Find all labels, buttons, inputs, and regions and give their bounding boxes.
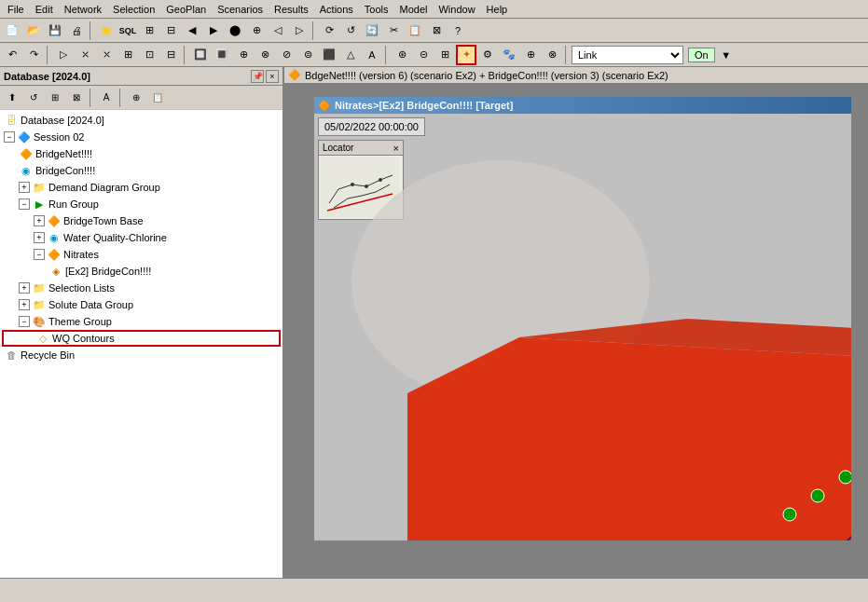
tool2-button[interactable]: ↺ (340, 21, 361, 41)
tree-item-bridgecon2[interactable]: ◈ [Ex2] BridgeCon!!!! (2, 263, 281, 280)
view1-button[interactable]: 🔲 (190, 45, 211, 65)
tree-item-theme-group[interactable]: − 🎨 Theme Group (2, 313, 281, 330)
view5-button[interactable]: ⊘ (276, 45, 296, 65)
tool5-button[interactable]: 📋 (405, 21, 425, 41)
tool1-button[interactable]: ⟳ (319, 21, 339, 41)
menu-selection[interactable]: Selection (107, 2, 160, 17)
arrow2-button[interactable]: ▶ (203, 21, 224, 41)
nav1-button[interactable]: ↶ (2, 45, 22, 65)
menu-results[interactable]: Results (269, 2, 314, 17)
panel-pin-button[interactable]: 📌 (251, 70, 264, 83)
view3-button[interactable]: ⊕ (233, 45, 254, 65)
panel-tb-btn4[interactable]: ⊠ (66, 88, 87, 108)
session-expand[interactable]: − (4, 131, 15, 143)
bridgetown-expand[interactable]: + (34, 215, 45, 226)
arrow3-button[interactable]: ⬤ (225, 21, 245, 41)
panel-tb-btn7[interactable]: 📋 (147, 88, 168, 108)
selection-expand[interactable]: + (19, 282, 30, 294)
table-button[interactable]: ⊞ (139, 21, 159, 41)
nav2-button[interactable]: ↷ (23, 45, 44, 65)
menu-edit[interactable]: Edit (30, 2, 59, 17)
tree-item-bridgenet[interactable]: 🔶 BridgeNet!!!! (2, 145, 281, 162)
special5-button[interactable]: ⚙ (477, 45, 498, 65)
panel-tb-btn3[interactable]: ⊞ (45, 88, 65, 108)
table2-button[interactable]: ⊟ (160, 21, 181, 41)
menu-help[interactable]: Help (481, 2, 514, 17)
view6-button[interactable]: ⊜ (297, 45, 318, 65)
special6-button[interactable]: 🐾 (499, 45, 519, 65)
select1-button[interactable]: ▷ (53, 45, 74, 65)
help-button[interactable]: ? (448, 21, 468, 41)
tree-item-recycle[interactable]: 🗑 Recycle Bin (2, 347, 281, 363)
tool6-button[interactable]: ⊠ (426, 21, 447, 41)
demand-expand[interactable]: + (19, 182, 30, 193)
menu-model[interactable]: Model (394, 2, 434, 17)
menu-window[interactable]: Window (433, 2, 480, 17)
tree-item-session[interactable]: − 🔷 Session 02 (2, 129, 281, 145)
select3-button[interactable]: ⤬ (96, 45, 117, 65)
select5-button[interactable]: ⊡ (139, 45, 159, 65)
special4-button-highlighted[interactable]: ✦ (456, 45, 476, 65)
tree-item-wq-contours[interactable]: ◇ WQ Contours (2, 330, 281, 347)
arrow5-button[interactable]: ◁ (268, 21, 288, 41)
menu-geoplan[interactable]: GeoPlan (160, 2, 212, 17)
menu-actions[interactable]: Actions (314, 2, 359, 17)
arrow1-button[interactable]: ◀ (182, 21, 202, 41)
tree-item-selection-lists[interactable]: + 📁 Selection Lists (2, 280, 281, 296)
new-button[interactable]: 📄 (2, 21, 22, 41)
view2-button[interactable]: 🔳 (212, 45, 232, 65)
print-button[interactable]: 🖨 (66, 21, 87, 41)
solute-expand[interactable]: + (19, 299, 30, 310)
special8-button[interactable]: ⊗ (542, 45, 562, 65)
toolbar-row-1: 📄 📂 💾 🖨 ▣ SQL ⊞ ⊟ ◀ ▶ ⬤ ⊕ ◁ ▷ ⟳ ↺ 🔄 ✂ 📋 … (0, 19, 868, 43)
tree-item-demand[interactable]: + 📁 Demand Diagram Group (2, 179, 281, 196)
special1-button[interactable]: ⊛ (392, 45, 412, 65)
tree-item-db[interactable]: 🗄 Database [2024.0] (2, 112, 281, 129)
link-dropdown[interactable]: Link (572, 46, 683, 64)
tree-item-bridgetown[interactable]: + 🔶 BridgeTown Base (2, 212, 281, 229)
toolbar-group-db: ▣ SQL ⊞ ⊟ ◀ ▶ ⬤ ⊕ ◁ ▷ (96, 21, 310, 41)
view9-button[interactable]: A (362, 45, 382, 65)
arrow4-button[interactable]: ⊕ (246, 21, 267, 41)
save-button[interactable]: 💾 (45, 21, 65, 41)
arrow6-button[interactable]: ▷ (289, 21, 310, 41)
tool4-button[interactable]: ✂ (383, 21, 404, 41)
tree-item-rungroup[interactable]: − ▶ Run Group (2, 196, 281, 212)
tree-item-wq-chlorine[interactable]: + ◉ Water Quality-Chlorine (2, 229, 281, 246)
tool3-button[interactable]: 🔄 (362, 21, 382, 41)
view7-button[interactable]: ⬛ (319, 45, 339, 65)
open-button[interactable]: 📂 (23, 21, 44, 41)
tree-item-bridgecon[interactable]: ◉ BridgeCon!!!! (2, 162, 281, 179)
select6-button[interactable]: ⊟ (160, 45, 181, 65)
tree-label-nitrates: Nitrates (63, 249, 99, 260)
panel-tb-btn2[interactable]: ↺ (23, 88, 44, 108)
view4-button[interactable]: ⊗ (255, 45, 275, 65)
panel-tb-btn6[interactable]: ⊕ (126, 88, 146, 108)
special3-button[interactable]: ⊞ (434, 45, 455, 65)
dropdown-arrow[interactable]: ▼ (716, 45, 737, 65)
tree-label-recycle: Recycle Bin (21, 349, 75, 361)
select4-button[interactable]: ⊞ (117, 45, 138, 65)
menu-scenarios[interactable]: Scenarios (212, 2, 269, 17)
sql-button[interactable]: SQL (117, 21, 138, 41)
rungroup-expand[interactable]: − (19, 198, 30, 210)
menu-file[interactable]: File (2, 2, 30, 17)
panel-tb-btn1[interactable]: ⬆ (2, 88, 22, 108)
nitrates-expand[interactable]: − (34, 249, 45, 260)
theme-expand[interactable]: − (19, 316, 30, 327)
tree-item-solute[interactable]: + 📁 Solute Data Group (2, 296, 281, 313)
wq-expand[interactable]: + (34, 232, 45, 243)
tree-item-nitrates[interactable]: − 🔶 Nitrates (2, 246, 281, 263)
special2-button[interactable]: ⊝ (413, 45, 434, 65)
db-button[interactable]: ▣ (96, 21, 117, 41)
select2-button[interactable]: ⤫ (75, 45, 95, 65)
view8-button[interactable]: △ (340, 45, 361, 65)
menu-network[interactable]: Network (59, 2, 107, 17)
panel-close-button[interactable]: × (266, 70, 279, 83)
tree-label-bridgenet: BridgeNet!!!! (35, 148, 92, 159)
menu-tools[interactable]: Tools (359, 2, 394, 17)
toolbar-group-edit: ▷ ⤫ ⤬ ⊞ ⊡ ⊟ (53, 45, 181, 65)
special7-button[interactable]: ⊕ (520, 45, 541, 65)
sep1 (90, 21, 93, 40)
panel-tb-btn5[interactable]: A (96, 88, 117, 108)
